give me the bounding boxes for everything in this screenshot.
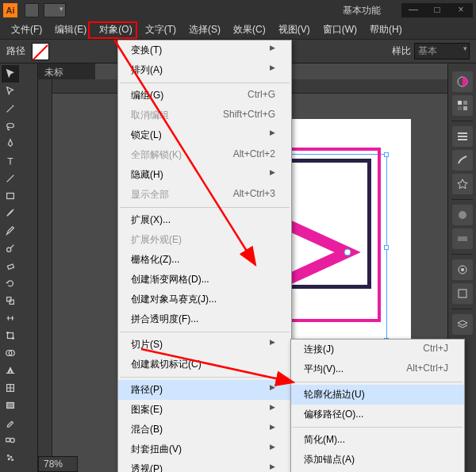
- tool-column-graph[interactable]: [2, 466, 19, 472]
- panel-graphic-styles-icon[interactable]: [452, 283, 473, 304]
- tool-shape-builder[interactable]: [2, 344, 19, 362]
- tool-symbol-sprayer[interactable]: [2, 449, 19, 466]
- menu-item: 扩展外观(E): [118, 230, 291, 250]
- svg-rect-12: [7, 403, 14, 409]
- svg-rect-13: [6, 438, 10, 441]
- menu-item[interactable]: 隐藏(H): [118, 165, 291, 185]
- tool-gradient[interactable]: [2, 397, 19, 414]
- menu-item[interactable]: 排列(A): [118, 60, 291, 80]
- menu-item[interactable]: 封套扭曲(V): [118, 439, 291, 459]
- fill-swatch[interactable]: [32, 43, 49, 60]
- menu-item[interactable]: 连接(J)Ctrl+J: [291, 340, 464, 359]
- menu-item[interactable]: 切片(S): [118, 335, 291, 355]
- titlebar-icon[interactable]: [25, 3, 39, 17]
- tool-rotate[interactable]: [2, 274, 19, 292]
- menu-item[interactable]: 创建裁切标记(C): [118, 355, 291, 374]
- tool-free-transform[interactable]: [2, 327, 19, 344]
- tool-eyedropper[interactable]: [2, 414, 19, 432]
- svg-point-33: [461, 268, 464, 271]
- window-minimize[interactable]: —: [401, 3, 425, 17]
- menu-item[interactable]: 混合(B): [118, 420, 291, 439]
- svg-point-7: [7, 332, 9, 334]
- tool-eraser[interactable]: [2, 257, 19, 274]
- tool-rectangle[interactable]: [2, 187, 19, 205]
- menu-object[interactable]: 对象(O): [93, 21, 138, 39]
- menu-item[interactable]: 栅格化(Z)...: [118, 250, 291, 270]
- panel-stroke-icon[interactable]: [452, 126, 473, 147]
- menu-select[interactable]: 选择(S): [182, 21, 227, 39]
- options-label: 路径: [6, 44, 25, 58]
- tool-pencil[interactable]: [2, 222, 19, 240]
- tool-lasso[interactable]: [2, 117, 19, 135]
- menu-item[interactable]: 拼合透明度(F)...: [118, 309, 291, 329]
- menu-edit[interactable]: 编辑(E): [48, 21, 93, 39]
- tool-width[interactable]: [2, 309, 19, 327]
- app-logo: Ai: [3, 3, 17, 17]
- menu-item: 全部解锁(K)Alt+Ctrl+2: [118, 145, 291, 165]
- menu-item[interactable]: 创建对象马赛克(J)...: [118, 290, 291, 309]
- tool-type[interactable]: [2, 152, 19, 170]
- svg-rect-28: [458, 106, 462, 110]
- svg-point-30: [459, 211, 466, 219]
- svg-rect-3: [7, 264, 13, 270]
- svg-rect-31: [458, 236, 467, 241]
- svg-point-8: [13, 338, 14, 340]
- svg-point-17: [8, 459, 10, 460]
- window-maximize[interactable]: □: [425, 3, 449, 17]
- svg-rect-5: [10, 300, 13, 304]
- tool-perspective-grid[interactable]: [2, 362, 19, 379]
- menu-window[interactable]: 窗口(W): [317, 21, 363, 39]
- titlebar-layout-dropdown[interactable]: [44, 3, 66, 17]
- tool-paintbrush[interactable]: [2, 205, 19, 222]
- menu-item[interactable]: 变换(T): [118, 40, 291, 60]
- tool-direct-selection[interactable]: [2, 83, 19, 100]
- menu-item[interactable]: 轮廓化描边(U): [291, 385, 464, 405]
- tool-selection[interactable]: [2, 65, 19, 83]
- menu-item[interactable]: 创建渐变网格(D)...: [118, 270, 291, 290]
- menu-type[interactable]: 文字(T): [139, 21, 182, 39]
- svg-point-24: [344, 249, 351, 255]
- svg-rect-29: [463, 106, 467, 110]
- svg-rect-4: [7, 297, 11, 301]
- path-submenu-dropdown[interactable]: 连接(J)Ctrl+J平均(V)...Alt+Ctrl+J轮廓化描边(U)偏移路…: [290, 339, 465, 472]
- tool-magic-wand[interactable]: [2, 100, 19, 117]
- menu-item[interactable]: 编组(G)Ctrl+G: [118, 86, 291, 106]
- menu-item: 取消编组Shift+Ctrl+G: [118, 106, 291, 125]
- menu-item: 显示全部Alt+Ctrl+3: [118, 185, 291, 205]
- tool-scale[interactable]: [2, 292, 19, 309]
- tool-blob-brush[interactable]: [2, 240, 19, 257]
- tool-line[interactable]: [2, 170, 19, 187]
- zoom-level[interactable]: 78%: [38, 456, 78, 472]
- menu-item[interactable]: 路径(P): [118, 380, 291, 400]
- panel-appearance-icon[interactable]: [452, 259, 473, 280]
- tool-blend[interactable]: [2, 432, 19, 449]
- menu-effect[interactable]: 效果(C): [227, 21, 272, 39]
- menu-item[interactable]: 图案(E): [118, 400, 291, 420]
- tool-pen[interactable]: [2, 135, 19, 152]
- menu-item[interactable]: 添加锚点(A): [291, 450, 464, 470]
- tool-mesh[interactable]: [2, 379, 19, 397]
- panel-layers-icon[interactable]: [452, 314, 473, 335]
- panel-brushes-icon[interactable]: [452, 150, 473, 171]
- panel-color-icon[interactable]: [452, 71, 473, 92]
- menu-item[interactable]: 偏移路径(O)...: [291, 405, 464, 424]
- options-style-dropdown[interactable]: 基本: [414, 43, 470, 59]
- window-close[interactable]: ×: [449, 3, 473, 17]
- menu-item[interactable]: 平均(V)...Alt+Ctrl+J: [291, 359, 464, 379]
- menu-view[interactable]: 视图(V): [272, 21, 317, 39]
- panel-transparency-icon[interactable]: [452, 205, 473, 225]
- ruler-vertical: [38, 79, 52, 472]
- panel-swatches-icon[interactable]: [452, 95, 473, 116]
- panel-symbols-icon[interactable]: [452, 174, 473, 194]
- menu-item[interactable]: 透视(P): [118, 459, 291, 472]
- workspace-switcher[interactable]: 基本功能: [330, 4, 393, 17]
- panel-gradient-icon[interactable]: [452, 228, 473, 249]
- svg-point-0: [7, 124, 14, 128]
- menu-item[interactable]: 锁定(L): [118, 125, 291, 145]
- menu-file[interactable]: 文件(F): [5, 21, 48, 39]
- object-menu-dropdown[interactable]: 变换(T)排列(A)编组(G)Ctrl+G取消编组Shift+Ctrl+G锁定(…: [117, 40, 292, 472]
- menu-help[interactable]: 帮助(H): [363, 21, 409, 39]
- menu-item[interactable]: 扩展(X)...: [118, 210, 291, 230]
- menu-item[interactable]: 简化(M)...: [291, 430, 464, 450]
- svg-point-16: [10, 456, 12, 458]
